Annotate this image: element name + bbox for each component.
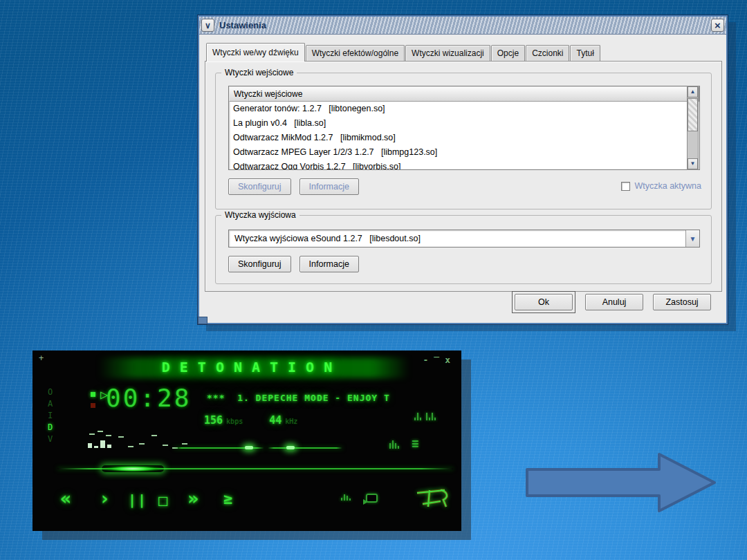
dialog-titlebar[interactable]: ∨ Ustawienia × [199, 17, 726, 35]
output-configure-button[interactable]: Skonfiguruj [228, 256, 291, 272]
scrollbar-thumb[interactable] [688, 98, 698, 131]
right-arrow-icon [526, 452, 717, 513]
default-button-frame: Ok [512, 291, 575, 313]
output-info-button[interactable]: Informacje [299, 256, 359, 272]
clutterbar-d[interactable]: D [48, 422, 53, 433]
list-item[interactable]: Odtwarzacz MikMod 1.2.7 [libmikmod.so] [229, 131, 699, 145]
pause-button[interactable]: || [128, 492, 147, 508]
list-item[interactable]: Generator tonów: 1.2.7 [libtonegen.so] [229, 102, 699, 116]
list-column-header[interactable]: Wtyczki wejściowe [229, 86, 699, 102]
clutterbar-v[interactable]: V [48, 433, 53, 445]
tab-bar: Wtyczki we/wy dźwięku Wtyczki efektów/og… [206, 43, 601, 62]
volume-knob[interactable] [245, 446, 253, 449]
clutterbar-i[interactable]: I [48, 410, 53, 422]
scroll-up-icon[interactable]: ▲ [688, 86, 698, 97]
input-plugins-group-label: Wtyczki wejściowe [221, 68, 297, 77]
input-info-button[interactable]: Informacje [299, 178, 359, 195]
samplerate-unit: kHz [285, 418, 297, 425]
tab-visualization-plugins[interactable]: Wtyczki wizualizacji [405, 45, 490, 62]
equalizer-toggle-button[interactable] [389, 440, 399, 449]
ok-button[interactable]: Ok [515, 294, 573, 310]
tab-panel: Wtyczki wejściowe Wtyczki wejściowe Gene… [205, 61, 722, 292]
clutterbar[interactable]: O A I D V [48, 386, 53, 445]
dialog-title: Ustawienia [219, 20, 711, 30]
cancel-button[interactable]: Anuluj [585, 294, 643, 310]
close-icon: × [714, 20, 721, 30]
skin-title: DETONATION [33, 359, 461, 375]
list-item[interactable]: La plugin v0.4 [libla.so] [229, 116, 699, 131]
scroll-down-icon[interactable]: ▼ [688, 158, 698, 169]
tab-input-output-plugins[interactable]: Wtyczki we/wy dźwięku [206, 43, 305, 62]
output-plugin-group: Wtyczka wyjściowa Wtyczka wyjściowa eSou… [215, 215, 712, 284]
close-icon[interactable]: x [445, 355, 450, 365]
playlist-toggle-button[interactable]: ≡ [412, 436, 418, 450]
combo-dropdown-icon[interactable]: ▼ [685, 230, 699, 247]
play-status-indicator [91, 392, 95, 397]
chevron-down-icon: ∨ [205, 21, 211, 30]
spectrum-analyzer[interactable] [88, 425, 226, 453]
clutterbar-a[interactable]: A [48, 398, 53, 410]
repeat-button[interactable] [366, 494, 378, 503]
stop-button[interactable]: □ [158, 492, 167, 509]
output-plugin-group-label: Wtyczka wyjściowa [221, 210, 299, 220]
samplerate-value: 44 [269, 414, 282, 427]
position-knob[interactable] [102, 465, 164, 472]
eject-button[interactable]: ≥ [223, 490, 232, 507]
clutterbar-o[interactable]: O [48, 386, 53, 398]
apply-button[interactable]: Zastosuj [653, 294, 711, 310]
tab-options[interactable]: Opcje [491, 45, 525, 62]
preferences-dialog: ∨ Ustawienia × Wtyczki we/wy dźwięku Wty… [198, 15, 728, 324]
input-configure-button[interactable]: Skonfiguruj [228, 178, 291, 195]
skin-logo [413, 483, 453, 515]
resize-grip[interactable] [198, 317, 208, 324]
secondary-status-indicator [91, 403, 95, 408]
close-button[interactable]: × [711, 19, 724, 32]
volume-slider[interactable] [174, 447, 264, 449]
shuffle-button[interactable] [341, 494, 351, 501]
right-arrow-shape [527, 454, 714, 511]
list-item[interactable]: Odtwarzacz Ogg Vorbis 1.2.7 [libvorbis.s… [229, 160, 699, 170]
tab-fonts[interactable]: Czcionki [526, 45, 569, 62]
arrow-graphic [526, 452, 717, 516]
tab-effect-general-plugins[interactable]: Wtyczki efektów/ogólne [306, 45, 405, 62]
window-menu-button[interactable]: ∨ [201, 19, 214, 32]
output-plugin-selected-value: Wtyczka wyjściowa eSound 1.2.7 [libesdou… [229, 234, 685, 243]
list-scrollbar[interactable]: ▲ ▼ [687, 86, 699, 170]
output-plugin-select[interactable]: Wtyczka wyjściowa eSound 1.2.7 [libesdou… [228, 230, 700, 248]
shade-icon[interactable]: ‾ [434, 355, 439, 365]
time-display[interactable]: 00:28 [106, 384, 191, 412]
balance-knob[interactable] [286, 446, 295, 449]
input-plugins-list[interactable]: Wtyczki wejściowe Generator tonów: 1.2.7… [228, 86, 700, 170]
next-button[interactable]: » [187, 487, 199, 509]
balance-slider[interactable] [268, 447, 342, 449]
minimize-icon[interactable]: - [423, 355, 429, 365]
play-button[interactable]: › [99, 487, 110, 509]
mono-stereo-indicator [414, 413, 436, 420]
input-plugins-group: Wtyczki wejściowe Wtyczki wejściowe Gene… [215, 73, 712, 209]
previous-button[interactable]: « [60, 487, 71, 509]
track-title-marquee[interactable]: *** 1. DEPECHE MODE - ENJOY T [207, 393, 390, 403]
bitrate-unit: kbps [226, 418, 243, 425]
plugin-active-checkbox[interactable] [621, 182, 630, 191]
list-item[interactable]: Odtwarzacz MPEG Layer 1/2/3 1.2.7 [libmp… [229, 145, 699, 160]
tab-title[interactable]: Tytuł [570, 45, 600, 62]
position-slider[interactable] [57, 468, 453, 469]
plugin-active-label: Wtyczka aktywna [634, 181, 701, 191]
xmms-player-window[interactable]: + DETONATION - ‾ x O A I D V ▷ 00:28 ***… [33, 351, 461, 531]
